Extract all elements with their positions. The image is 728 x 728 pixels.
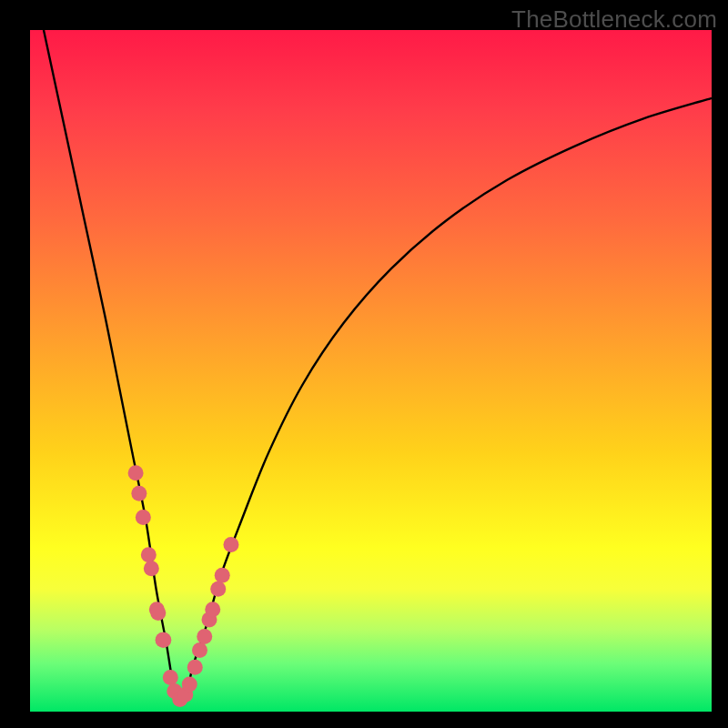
sample-dots-group	[128, 465, 239, 707]
sample-dot	[141, 547, 157, 562]
bottleneck-chart	[30, 30, 712, 712]
sample-dot	[187, 660, 203, 675]
sample-dot	[156, 632, 171, 648]
sample-dot	[205, 602, 220, 617]
sample-dot	[128, 465, 144, 480]
sample-dot	[192, 642, 207, 658]
outer-frame: TheBottleneck.com	[0, 0, 728, 728]
sample-dot	[163, 670, 178, 685]
sample-dot	[210, 581, 226, 597]
sample-dot	[131, 486, 147, 501]
sample-dot	[215, 568, 230, 583]
sample-dot	[150, 605, 166, 621]
bottleneck-curve-path	[44, 30, 712, 705]
sample-dot	[197, 629, 212, 644]
sample-dot	[223, 537, 238, 552]
sample-dot	[144, 561, 159, 576]
plot-area	[30, 30, 712, 712]
sample-dot	[182, 677, 197, 693]
sample-dot	[136, 510, 151, 525]
